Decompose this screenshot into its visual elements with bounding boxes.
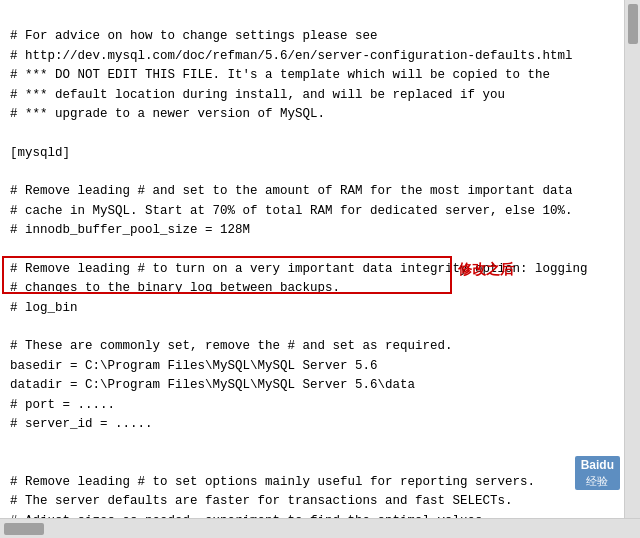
line-23 xyxy=(10,456,18,470)
main-window: # For advice on how to change settings p… xyxy=(0,0,640,538)
watermark-line2: 经验 xyxy=(586,474,608,488)
line-19: datadir = C:\Program Files\MySQL\MySQL S… xyxy=(10,378,415,392)
line-18: basedir = C:\Program Files\MySQL\MySQL S… xyxy=(10,359,378,373)
horizontal-scrollbar-thumb[interactable] xyxy=(4,523,44,535)
line-22 xyxy=(10,436,18,450)
watermark: Baidu 经验 xyxy=(575,456,620,490)
line-5: # *** upgrade to a newer version of MySQ… xyxy=(10,107,325,121)
vertical-scrollbar[interactable] xyxy=(624,0,640,518)
line-2: # http://dev.mysql.com/doc/refman/5.6/en… xyxy=(10,49,573,63)
bottom-bar xyxy=(0,518,640,538)
line-16 xyxy=(10,320,18,334)
line-26: # Adjust sizes as needed, experiment to … xyxy=(10,514,490,518)
line-11: # innodb_buffer_pool_size = 128M xyxy=(10,223,250,237)
line-6 xyxy=(10,126,18,140)
line-20: # port = ..... xyxy=(10,398,115,412)
watermark-line1: Baidu xyxy=(581,458,614,474)
line-7: [mysqld] xyxy=(10,146,70,160)
line-4: # *** default location during install, a… xyxy=(10,88,505,102)
content-area[interactable]: # For advice on how to change settings p… xyxy=(0,0,640,518)
line-9: # Remove leading # and set to the amount… xyxy=(10,184,573,198)
line-8 xyxy=(10,165,18,179)
line-10: # cache in MySQL. Start at 70% of total … xyxy=(10,204,573,218)
line-3: # *** DO NOT EDIT THIS FILE. It's a temp… xyxy=(10,68,550,82)
line-1: # For advice on how to change settings p… xyxy=(10,29,378,43)
line-12 xyxy=(10,243,18,257)
line-17: # These are commonly set, remove the # a… xyxy=(10,339,453,353)
code-editor: # For advice on how to change settings p… xyxy=(10,8,630,518)
line-15: # log_bin xyxy=(10,301,78,315)
line-24: # Remove leading # to set options mainly… xyxy=(10,475,535,489)
line-21: # server_id = ..... xyxy=(10,417,153,431)
annotation-text: 修改之后 xyxy=(458,261,514,279)
line-14: # changes to the binary log between back… xyxy=(10,281,340,295)
line-25: # The server defaults are faster for tra… xyxy=(10,494,513,508)
